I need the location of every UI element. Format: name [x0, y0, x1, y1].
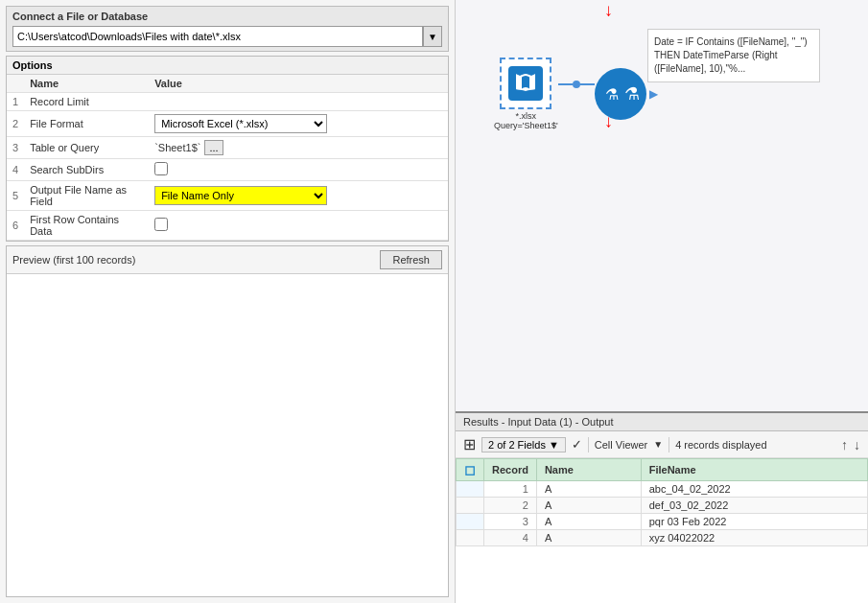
input-node-label: *.xlsx Query='Sheet1$' [494, 111, 558, 130]
results-panel: Results - Input Data (1) - Output ⊞ 2 of… [456, 411, 868, 603]
results-toolbar: ⊞ 2 of 2 Fields ▼ ✓ Cell Viewer ▼ 4 reco… [456, 431, 868, 458]
annotation-arrow-1: ↑ [604, 2, 613, 22]
col-name-header: Name [536, 459, 641, 481]
fields-count-label: 2 of 2 Fields [488, 439, 546, 451]
preview-content [7, 274, 448, 596]
flask-icon: ⚗ [624, 83, 640, 104]
row-icon-cell [457, 514, 484, 530]
formula-icon: ⚗ [601, 82, 624, 105]
table-row: 2 A def_03_02_2022 [457, 498, 868, 514]
col-value-header: Value [149, 75, 434, 93]
output-filename-select[interactable]: File Name Only [154, 186, 327, 205]
formula-node: ⚗ ⚗ ▶ [595, 68, 646, 120]
search-subdirs-checkbox[interactable] [154, 162, 168, 175]
results-table: ◻ Record Name FileName 1 A abc_04_02_202… [456, 458, 868, 546]
col-name-header: Name [24, 75, 149, 93]
row-name-cell: A [536, 481, 641, 498]
row-filename-cell: xyz 04022022 [641, 530, 867, 546]
formula-node-icon: ⚗ ⚗ [595, 68, 646, 120]
table-row: 5 Output File Name as Field File Name On… [7, 181, 448, 211]
table-row: 6 First Row Contains Data [7, 211, 448, 241]
table-query-value: `Sheet1$` [154, 142, 200, 153]
right-panel: *.xlsx Query='Sheet1$' ⚗ ⚗ ▶ [456, 0, 868, 603]
fields-dropdown-arrow: ▼ [549, 439, 559, 451]
input-node: *.xlsx Query='Sheet1$' [494, 58, 558, 130]
book-open-icon [514, 72, 537, 95]
records-displayed-label: 4 records displayed [675, 439, 766, 451]
scroll-spacer [434, 75, 448, 93]
table-row: 1 A abc_04_02_2022 [457, 481, 868, 498]
row-icon-cell [457, 530, 484, 546]
cell-viewer-label: Cell Viewer [595, 439, 647, 451]
toolbar-divider-2 [669, 437, 669, 452]
scroll-up-button[interactable]: ↑ [841, 437, 848, 452]
canvas-area: *.xlsx Query='Sheet1$' ⚗ ⚗ ▶ [456, 0, 868, 411]
refresh-button[interactable]: Refresh [380, 250, 442, 269]
table-icon: ⊞ [463, 435, 476, 453]
row-num-cell: 2 [484, 498, 537, 514]
input-node-icon [508, 66, 543, 101]
row-filename-cell: def_03_02_2022 [641, 498, 867, 514]
connector [558, 81, 595, 88]
preview-section: Preview (first 100 records) Refresh [6, 245, 449, 597]
table-row: 1 Record Limit [7, 93, 448, 111]
results-header: Results - Input Data (1) - Output [456, 413, 868, 431]
node-container: *.xlsx Query='Sheet1$' ⚗ ⚗ ▶ [494, 58, 646, 130]
row-icon-cell [457, 481, 484, 498]
table-row: 3 A pqr 03 Feb 2022 [457, 514, 868, 530]
table-row: 2 File Format Microsoft Excel (*.xlsx) [7, 111, 448, 137]
preview-label: Preview (first 100 records) [12, 254, 135, 266]
formula-box: Date = IF Contains ([FileName], "_") THE… [647, 29, 820, 82]
col-filename-header: FileName [641, 459, 867, 481]
record-check-icon: ◻ [464, 462, 476, 477]
svg-text:⚗: ⚗ [605, 86, 619, 103]
table-row: 4 A xyz 04022022 [457, 530, 868, 546]
formula-arrow-right: ▶ [649, 87, 658, 101]
table-row: 4 Search SubDirs [7, 159, 448, 181]
connect-section: Connect a File or Database ▼ [6, 6, 449, 52]
cell-viewer-arrow: ▼ [653, 439, 663, 450]
table-row: 3 Table or Query `Sheet1$` ... [7, 137, 448, 159]
row-name-cell: A [536, 498, 641, 514]
row-filename-cell: abc_04_02_2022 [641, 481, 867, 498]
scroll-down-button[interactable]: ↓ [854, 437, 860, 452]
col-record-icon: ◻ [457, 459, 484, 481]
first-row-checkbox[interactable] [154, 218, 168, 231]
results-table-container: ◻ Record Name FileName 1 A abc_04_02_202… [456, 458, 868, 603]
row-name-cell: A [536, 530, 641, 546]
connector-dot [573, 81, 580, 88]
connector-line-right [580, 83, 595, 85]
col-num-header [7, 75, 24, 93]
options-section: Options Name Value 1 Record Limit 2 [6, 56, 449, 242]
row-filename-cell: pqr 03 Feb 2022 [641, 514, 867, 530]
fields-button[interactable]: 2 of 2 Fields ▼ [481, 437, 566, 452]
row-icon-cell [457, 498, 484, 514]
row-name-cell: A [536, 514, 641, 530]
options-table: Name Value 1 Record Limit 2 File Format [7, 75, 448, 241]
connect-label: Connect a File or Database [12, 11, 442, 22]
formula-text: Date = IF Contains ([FileName], "_") THE… [654, 36, 808, 74]
annotation-arrow-2: ↑ [604, 113, 613, 133]
col-record-header: Record [484, 459, 537, 481]
row-num-cell: 1 [484, 481, 537, 498]
checkmark-icon: ✓ [572, 437, 582, 452]
browse-button[interactable]: ... [204, 140, 223, 155]
file-path-input[interactable] [12, 26, 423, 47]
row-num-cell: 3 [484, 514, 537, 530]
options-header: Options [7, 57, 448, 75]
input-node-icon-box [500, 58, 551, 109]
file-format-select[interactable]: Microsoft Excel (*.xlsx) [154, 114, 327, 133]
left-panel: Connect a File or Database ▼ Options Nam… [0, 0, 456, 603]
row-num-cell: 4 [484, 530, 537, 546]
file-dropdown-button[interactable]: ▼ [423, 26, 442, 47]
toolbar-divider-1 [588, 437, 589, 452]
connector-line-left [558, 83, 573, 85]
